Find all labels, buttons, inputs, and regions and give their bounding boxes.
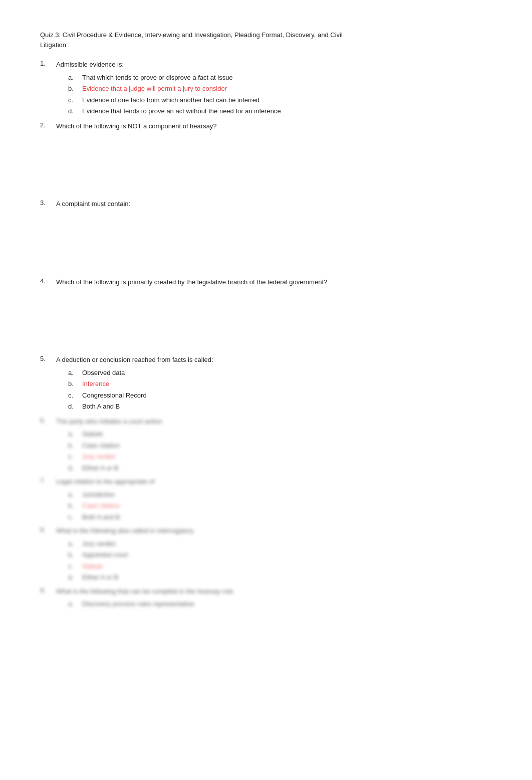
question-row-5: 5. A deduction or conclusion reached fro… <box>40 355 492 365</box>
answers-list-5: a. Observed data b. Inference c. Congres… <box>68 368 492 412</box>
question-text-3: A complaint must contain: <box>56 199 130 209</box>
answer-1c: c. Evidence of one facto from which anot… <box>68 95 492 105</box>
question-item-3: 3. A complaint must contain: <box>40 199 492 272</box>
spacer-2 <box>40 134 492 194</box>
question-row-3: 3. A complaint must contain: <box>40 199 492 209</box>
page-title: Quiz 3: Civil Procedure & Evidence, Inte… <box>40 30 492 50</box>
question-row-4: 4. Which of the following is primarily c… <box>40 277 492 287</box>
question-text-4: Which of the following is primarily crea… <box>56 277 327 287</box>
question-number-label-1: 1. <box>40 60 50 70</box>
answer-5c: c. Congressional Record <box>68 391 492 401</box>
question-text-1: Admissible evidence is: <box>56 60 124 70</box>
question-number-label-4: 4. <box>40 277 50 287</box>
answer-1d: d. Evidence that tends to prove an act w… <box>68 106 492 116</box>
spacer-4 <box>40 290 492 350</box>
answer-1b: b. Evidence that a judge will permit a j… <box>68 84 492 94</box>
question-row-1: 1. Admissible evidence is: <box>40 60 492 70</box>
answer-5a: a. Observed data <box>68 368 492 378</box>
blurred-questions: 6. The party who initiates a court actio… <box>40 417 492 609</box>
question-item-5: 5. A deduction or conclusion reached fro… <box>40 355 492 412</box>
answer-5d: d. Both A and B <box>68 402 492 412</box>
question-item-1: 1. Admissible evidence is: a. That which… <box>40 60 492 116</box>
question-item-2: 2. Which of the following is NOT a compo… <box>40 121 492 194</box>
questions-list: 1. Admissible evidence is: a. That which… <box>40 60 492 609</box>
spacer-3 <box>40 212 492 272</box>
question-row-2: 2. Which of the following is NOT a compo… <box>40 121 492 131</box>
question-number-label-2: 2. <box>40 121 50 131</box>
question-text-2: Which of the following is NOT a componen… <box>56 121 217 131</box>
question-text-5: A deduction or conclusion reached from f… <box>56 355 213 365</box>
answer-1a: a. That which tends to prove or disprove… <box>68 73 492 83</box>
question-number-label-5: 5. <box>40 355 50 365</box>
question-number-label-3: 3. <box>40 199 50 209</box>
answers-list-1: a. That which tends to prove or disprove… <box>68 73 492 116</box>
answer-5b: b. Inference <box>68 379 492 389</box>
question-item-4: 4. Which of the following is primarily c… <box>40 277 492 350</box>
